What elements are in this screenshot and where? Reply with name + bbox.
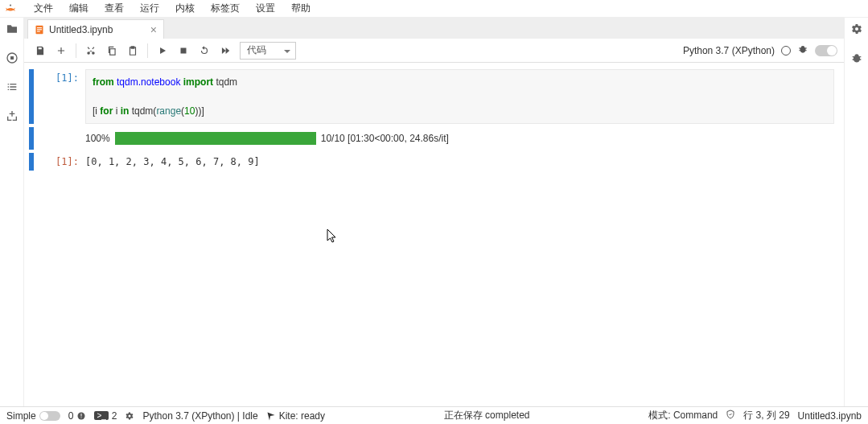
menu-run[interactable]: 运行 bbox=[132, 0, 167, 17]
debugger-icon[interactable] bbox=[797, 43, 808, 57]
tab-notebook[interactable]: Untitled3.ipynb × bbox=[27, 19, 164, 39]
property-inspector-icon[interactable] bbox=[850, 23, 863, 35]
kite-icon bbox=[266, 411, 276, 421]
cell-active-bar bbox=[29, 127, 34, 150]
status-saving: 正在保存 completed bbox=[444, 409, 530, 422]
menu-edit[interactable]: 编辑 bbox=[61, 0, 97, 17]
menu-file[interactable]: 文件 bbox=[26, 0, 61, 17]
svg-rect-6 bbox=[37, 31, 40, 31]
status-kite[interactable]: Kite: ready bbox=[266, 410, 325, 422]
simple-mode-toggle[interactable]: Simple bbox=[6, 410, 60, 422]
menu-bar: 文件 编辑 查看 运行 内核 标签页 设置 帮助 bbox=[0, 0, 868, 18]
svg-rect-4 bbox=[37, 27, 42, 28]
output-result-row: [1]: [0, 1, 2, 3, 4, 5, 6, 7, 8, 9] bbox=[29, 153, 834, 171]
paste-button[interactable] bbox=[123, 41, 142, 60]
svg-rect-10 bbox=[81, 414, 82, 417]
notebook-area[interactable]: [1]: from tqdm.notebook import tqdm [i f… bbox=[24, 63, 844, 406]
trusted-icon[interactable] bbox=[726, 410, 735, 422]
debugger-toggle[interactable] bbox=[815, 45, 837, 56]
status-mode[interactable]: 模式: Command bbox=[648, 409, 718, 422]
run-button[interactable] bbox=[153, 41, 172, 60]
tab-close-icon[interactable]: × bbox=[150, 23, 157, 36]
output-text: [0, 1, 2, 3, 4, 5, 6, 7, 8, 9] bbox=[85, 153, 834, 171]
alert-icon bbox=[76, 411, 86, 421]
menu-tabs[interactable]: 标签页 bbox=[203, 0, 248, 17]
extensions-icon[interactable] bbox=[6, 109, 19, 122]
center-panel: Untitled3.ipynb × 代码 Python 3.7 (XPython… bbox=[24, 18, 844, 406]
svg-rect-7 bbox=[110, 48, 115, 55]
tab-bar: Untitled3.ipynb × bbox=[24, 18, 844, 39]
cell-active-bar bbox=[29, 153, 34, 171]
kernel-name[interactable]: Python 3.7 (XPython) bbox=[683, 45, 775, 56]
cut-button[interactable] bbox=[81, 41, 101, 60]
folder-icon[interactable] bbox=[6, 23, 19, 35]
stop-button[interactable] bbox=[174, 41, 193, 60]
svg-rect-11 bbox=[81, 417, 82, 418]
tab-title: Untitled3.ipynb bbox=[49, 24, 113, 35]
running-icon[interactable] bbox=[6, 51, 19, 64]
cell-type-select[interactable]: 代码 bbox=[240, 42, 296, 60]
status-lsp[interactable] bbox=[125, 411, 134, 421]
svg-rect-2 bbox=[10, 56, 14, 60]
toolbar-separator bbox=[147, 43, 148, 58]
status-bar: Simple 0 >_ 2 Python 3.7 (XPython) | Idl… bbox=[0, 406, 868, 424]
svg-point-0 bbox=[10, 4, 11, 6]
output-prompt-blank bbox=[39, 127, 85, 150]
toolbar-separator bbox=[76, 43, 76, 58]
restart-button[interactable] bbox=[195, 41, 214, 60]
debugger-panel-icon[interactable] bbox=[850, 51, 863, 64]
notebook-toolbar: 代码 Python 3.7 (XPython) bbox=[24, 39, 844, 63]
run-all-button[interactable] bbox=[216, 41, 235, 60]
cell-active-bar bbox=[29, 69, 34, 124]
toggle-icon bbox=[39, 411, 60, 421]
output-progress-row: 100% 10/10 [01:30<00:00, 24.86s/it] bbox=[29, 127, 834, 150]
status-zero[interactable]: 0 bbox=[68, 410, 87, 422]
menu-view[interactable]: 查看 bbox=[97, 0, 132, 17]
right-sidebar bbox=[844, 18, 868, 406]
save-button[interactable] bbox=[31, 41, 50, 60]
menu-kernel[interactable]: 内核 bbox=[167, 0, 203, 17]
copy-button[interactable] bbox=[102, 41, 121, 60]
status-file[interactable]: Untitled3.ipynb bbox=[798, 410, 862, 422]
input-prompt: [1]: bbox=[39, 69, 85, 124]
menu-help[interactable]: 帮助 bbox=[283, 0, 319, 17]
kernel-status-icon[interactable] bbox=[781, 46, 791, 56]
insert-cell-button[interactable] bbox=[51, 41, 71, 60]
progress-percent: 100% bbox=[85, 133, 110, 144]
main-area: Untitled3.ipynb × 代码 Python 3.7 (XPython… bbox=[0, 18, 868, 406]
simple-label: Simple bbox=[6, 410, 36, 422]
status-terminals[interactable]: >_ 2 bbox=[94, 410, 117, 422]
output-prompt: [1]: bbox=[39, 153, 85, 171]
notebook-icon bbox=[35, 25, 44, 35]
status-kernel[interactable]: Python 3.7 (XPython) | Idle bbox=[142, 410, 257, 422]
gear-icon bbox=[125, 411, 134, 421]
menu-settings[interactable]: 设置 bbox=[248, 0, 283, 17]
jupyter-logo-icon bbox=[3, 2, 18, 16]
progress-bar bbox=[115, 132, 316, 145]
progress-label: 10/10 [01:30<00:00, 24.86s/it] bbox=[321, 133, 449, 144]
toolbar-right: Python 3.7 (XPython) bbox=[683, 43, 837, 57]
code-editor[interactable]: from tqdm.notebook import tqdm [i for i … bbox=[85, 69, 834, 124]
left-sidebar bbox=[0, 18, 24, 406]
code-cell[interactable]: [1]: from tqdm.notebook import tqdm [i f… bbox=[29, 69, 834, 124]
terminal-icon: >_ bbox=[94, 411, 108, 420]
svg-rect-8 bbox=[181, 47, 187, 53]
svg-rect-5 bbox=[37, 29, 42, 30]
status-position[interactable]: 行 3, 列 29 bbox=[743, 409, 789, 422]
toc-icon[interactable] bbox=[6, 80, 19, 93]
